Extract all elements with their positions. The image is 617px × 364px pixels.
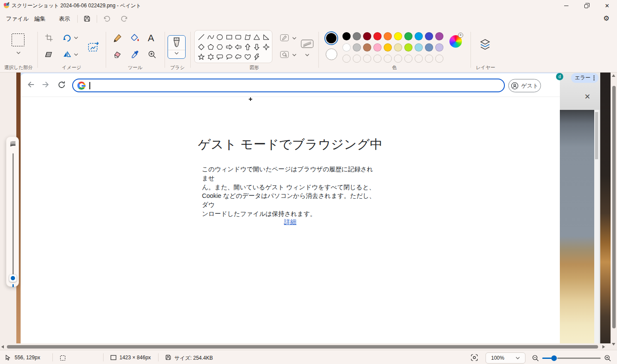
shape-speech-bubble-rounded-icon[interactable] <box>215 52 225 62</box>
palette-color-swatch[interactable] <box>342 43 351 52</box>
zoom-slider-track[interactable] <box>557 358 601 359</box>
line-thickness-button[interactable] <box>301 39 314 49</box>
palette-color-swatch[interactable] <box>425 32 433 40</box>
shape-arrow-right-icon[interactable] <box>225 42 234 52</box>
palette-empty-slot[interactable] <box>394 55 402 63</box>
shape-six-point-star-icon[interactable] <box>206 52 216 62</box>
shape-fill-button[interactable] <box>280 51 289 58</box>
zoom-level-dropdown[interactable]: 100% <box>486 352 525 364</box>
palette-empty-slot[interactable] <box>404 55 412 63</box>
fit-to-screen-button[interactable] <box>471 354 478 361</box>
palette-empty-slot[interactable] <box>373 55 382 63</box>
shape-line-icon[interactable] <box>197 32 206 42</box>
scroll-down-arrow-icon[interactable] <box>612 343 615 346</box>
color-picker-tool-button[interactable] <box>131 50 139 59</box>
palette-color-swatch[interactable] <box>384 43 392 52</box>
selection-tool-button[interactable] <box>12 33 24 46</box>
palette-color-swatch[interactable] <box>404 32 412 40</box>
shape-heart-icon[interactable] <box>243 52 253 62</box>
palette-color-swatch[interactable] <box>404 43 412 52</box>
palette-color-swatch[interactable] <box>363 32 371 40</box>
shape-triangle-icon[interactable] <box>252 32 262 42</box>
horizontal-scrollbar[interactable] <box>0 344 611 350</box>
minimize-button[interactable] <box>556 0 576 11</box>
palette-empty-slot[interactable] <box>415 55 423 63</box>
palette-color-swatch[interactable] <box>384 32 392 40</box>
palette-color-swatch[interactable] <box>353 32 361 40</box>
palette-color-swatch[interactable] <box>425 43 433 52</box>
shape-lightning-icon[interactable] <box>252 52 262 62</box>
palette-empty-slot[interactable] <box>363 55 371 63</box>
shape-rounded-rectangle-icon[interactable] <box>234 32 243 42</box>
shape-arrow-left-icon[interactable] <box>234 42 243 52</box>
shape-diamond-icon[interactable] <box>197 42 206 52</box>
menu-edit[interactable]: 編集 <box>32 14 48 24</box>
canvas[interactable]: ゲスト ゲスト モードでブラウジング中 このウィンドウで開いたページはブラウザの… <box>21 73 560 343</box>
palette-color-swatch[interactable] <box>342 32 351 40</box>
horizontal-scroll-thumb[interactable] <box>7 345 598 349</box>
palette-color-swatch[interactable] <box>394 32 402 40</box>
shape-speech-bubble-oval-icon[interactable] <box>225 52 234 62</box>
shape-ellipse-icon[interactable] <box>215 32 225 42</box>
magnifier-tool-button[interactable] <box>148 50 156 59</box>
chevron-down-icon[interactable] <box>74 36 78 39</box>
palette-color-swatch[interactable] <box>415 32 423 40</box>
vertical-scrollbar[interactable] <box>611 73 617 349</box>
zoom-in-button[interactable] <box>604 355 611 361</box>
settings-button[interactable]: ⚙ <box>603 14 609 22</box>
shape-five-point-star-icon[interactable] <box>197 52 206 62</box>
palette-empty-slot[interactable] <box>353 55 361 63</box>
shape-speech-bubble-cloud-icon[interactable] <box>234 52 243 62</box>
redo-button[interactable] <box>120 15 128 22</box>
pencil-tool-button[interactable] <box>113 33 122 42</box>
chevron-down-icon[interactable] <box>292 54 296 56</box>
shape-polygon-icon[interactable] <box>243 32 253 42</box>
brush-tool-button[interactable] <box>168 35 186 59</box>
zoom-slider-thumb[interactable] <box>551 355 557 361</box>
shape-hexagon-icon[interactable] <box>215 42 225 52</box>
fill-tool-button[interactable] <box>131 33 140 42</box>
shape-outline-button[interactable] <box>280 34 289 41</box>
chevron-down-icon[interactable] <box>74 53 78 56</box>
palette-color-swatch[interactable] <box>353 43 361 52</box>
scroll-right-arrow-icon[interactable] <box>602 345 605 349</box>
skew-button[interactable] <box>45 50 53 59</box>
chevron-down-icon[interactable] <box>174 52 179 55</box>
palette-color-swatch[interactable] <box>394 43 402 52</box>
palette-color-swatch[interactable] <box>363 43 371 52</box>
color1-selector[interactable] <box>324 31 338 45</box>
rotate-button[interactable] <box>63 33 71 42</box>
shape-arrow-up-icon[interactable] <box>243 42 253 52</box>
layers-button[interactable] <box>478 39 492 52</box>
menu-view[interactable]: 表示 <box>56 14 73 24</box>
palette-empty-slot[interactable] <box>342 55 351 63</box>
shape-right-triangle-icon[interactable] <box>262 32 271 42</box>
chevron-down-icon[interactable] <box>292 37 296 39</box>
palette-empty-slot[interactable] <box>384 55 392 63</box>
thickness-slider-track[interactable] <box>12 153 14 280</box>
shape-curve-icon[interactable] <box>206 32 216 42</box>
vertical-scroll-thumb[interactable] <box>612 86 616 328</box>
thickness-slider-thumb[interactable] <box>9 274 17 282</box>
palette-color-swatch[interactable] <box>435 43 443 52</box>
shape-arrow-down-icon[interactable] <box>252 42 262 52</box>
palette-color-swatch[interactable] <box>373 43 382 52</box>
resize-button[interactable] <box>88 41 100 53</box>
zoom-slider-filled[interactable] <box>542 358 552 359</box>
text-tool-button[interactable]: A <box>148 33 154 44</box>
chevron-down-icon[interactable] <box>16 52 21 54</box>
shape-rectangle-icon[interactable] <box>225 32 234 42</box>
shape-pentagon-icon[interactable] <box>206 42 216 52</box>
eraser-tool-button[interactable] <box>113 50 122 59</box>
scroll-up-arrow-icon[interactable] <box>612 74 615 77</box>
undo-button[interactable] <box>103 15 111 22</box>
palette-empty-slot[interactable] <box>435 55 443 63</box>
chevron-down-icon[interactable] <box>305 54 309 56</box>
scroll-left-arrow-icon[interactable] <box>1 345 4 349</box>
save-button[interactable] <box>83 15 91 22</box>
color2-selector[interactable] <box>326 49 337 60</box>
zoom-out-button[interactable] <box>532 355 539 361</box>
palette-color-swatch[interactable] <box>415 43 423 52</box>
flip-button[interactable] <box>63 50 71 59</box>
palette-empty-slot[interactable] <box>425 55 433 63</box>
